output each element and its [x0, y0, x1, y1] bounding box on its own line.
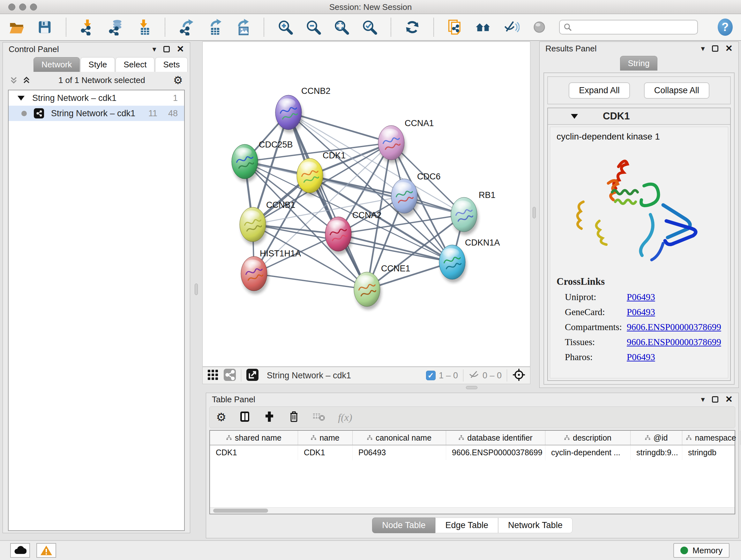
refresh-icon[interactable]	[404, 18, 421, 36]
zoom-out-icon[interactable]	[305, 18, 322, 36]
column-header-namespace[interactable]: namespace	[682, 431, 740, 445]
left-splitter-handle[interactable]	[195, 284, 198, 295]
current-network-bullet-icon	[21, 111, 27, 116]
scrollbar-thumb[interactable]	[213, 509, 268, 513]
panel-float-icon[interactable]	[163, 46, 170, 52]
gene-section-header[interactable]: CDK1	[548, 108, 730, 125]
zoom-selected-icon[interactable]	[361, 18, 378, 36]
function-builder-icon[interactable]: f(x)	[338, 412, 352, 423]
table-cell[interactable]: CDK1	[298, 445, 353, 460]
import-network-icon[interactable]	[79, 18, 96, 36]
network-share-icon[interactable]	[224, 369, 236, 382]
network-edge-HIST1H1A-CCNE1[interactable]	[254, 273, 367, 289]
network-collection-row[interactable]: String Network – cdk1 1	[9, 90, 184, 106]
expand-all-icon[interactable]	[23, 77, 30, 84]
panel-close-icon[interactable]: ✕	[725, 44, 733, 53]
network-edge-CCNB2-CCNE1[interactable]	[288, 112, 367, 289]
help-button[interactable]: ?	[718, 18, 733, 36]
panel-float-icon[interactable]	[712, 45, 718, 52]
column-header-id[interactable]: @id	[630, 431, 682, 445]
panel-float-icon[interactable]	[712, 396, 718, 402]
column-header-name[interactable]: name	[298, 431, 353, 445]
automation-cloud-button[interactable]	[10, 543, 30, 558]
table-options-gear-icon[interactable]: ⚙	[216, 412, 226, 423]
collapse-all-button[interactable]: Collapse All	[644, 82, 710, 99]
tab-style[interactable]: Style	[80, 57, 115, 72]
hidden-elements-icon[interactable]	[468, 369, 479, 381]
column-header-canonicalname[interactable]: canonical name	[353, 431, 446, 445]
save-session-icon[interactable]	[37, 18, 53, 36]
panel-menu-icon[interactable]: ▾	[701, 395, 704, 403]
crosslink-tissues-link[interactable]: 9606.ENSP00000378699	[627, 337, 721, 348]
open-in-new-window-icon[interactable]	[246, 369, 259, 382]
warnings-button[interactable]	[37, 543, 56, 558]
tab-edge-table[interactable]: Edge Table	[435, 517, 498, 533]
grid-view-icon[interactable]	[207, 369, 219, 382]
tab-network[interactable]: Network	[33, 57, 80, 72]
show-columns-icon[interactable]	[239, 410, 251, 424]
import-table-icon[interactable]	[135, 18, 152, 36]
home-networks-icon[interactable]	[475, 18, 491, 36]
memory-button[interactable]: Memory	[673, 543, 730, 558]
tree-expand-icon[interactable]	[17, 96, 24, 101]
add-column-icon[interactable]	[263, 411, 275, 424]
column-header-description[interactable]: description	[545, 431, 630, 445]
open-session-icon[interactable]	[8, 18, 25, 36]
network-node-RB1[interactable]: RB1	[451, 190, 495, 235]
table-cell[interactable]: 9606.ENSP00000378699	[446, 445, 545, 460]
window-titlebar: Session: New Session	[0, 0, 741, 14]
delete-column-icon[interactable]	[287, 410, 300, 424]
table-cell[interactable]: cyclin-dependent ...	[545, 445, 630, 460]
tab-select[interactable]: Select	[116, 57, 154, 72]
crosslink-pharos-link[interactable]: P06493	[627, 352, 655, 362]
right-splitter-handle[interactable]	[533, 207, 536, 219]
table-cell[interactable]: stringdb	[682, 445, 740, 460]
selected-nodes-checkbox-icon[interactable]: ✓	[426, 371, 435, 380]
crosslink-uniprot-link[interactable]: P06493	[627, 292, 655, 302]
expand-all-button[interactable]: Expand All	[569, 82, 630, 99]
tab-sets[interactable]: Sets	[155, 57, 188, 72]
panel-close-icon[interactable]: ✕	[177, 45, 184, 54]
tab-string[interactable]: String	[620, 56, 658, 71]
collapse-all-icon[interactable]	[10, 77, 17, 84]
section-collapse-icon[interactable]	[571, 114, 578, 119]
column-header-databaseidentifier[interactable]: database identifier	[446, 431, 545, 445]
panel-menu-icon[interactable]: ▾	[152, 45, 156, 53]
network-node-CCNE1[interactable]: CCNE1	[354, 264, 410, 310]
zoom-in-icon[interactable]	[277, 18, 293, 36]
table-horizontal-scrollbar[interactable]	[210, 507, 735, 514]
table-cell[interactable]: CDK1	[210, 445, 298, 460]
search-box[interactable]	[559, 20, 698, 35]
clear-table-icon[interactable]	[313, 411, 326, 424]
export-network-icon[interactable]	[178, 18, 195, 36]
network-edge-CCNB2-CCNA1[interactable]	[288, 112, 391, 143]
crosslink-compartments-link[interactable]: 9606.ENSP00000378699	[627, 322, 721, 332]
crosslink-genecard-link[interactable]: P06493	[627, 307, 655, 317]
network-node-CCNB1[interactable]: CCNB1	[240, 200, 295, 245]
table-cell[interactable]: stringdb:9...	[630, 445, 682, 460]
network-node-HIST1H1A[interactable]: HIST1H1A	[241, 249, 301, 294]
network-row-selected[interactable]: String Network – cdk1 11 48	[9, 106, 184, 121]
column-header-sharedname[interactable]: shared name	[210, 431, 298, 445]
network-node-CDC6[interactable]: CDC6	[391, 172, 441, 216]
sphere-icon[interactable]	[531, 18, 548, 36]
table-cell[interactable]: P06493	[353, 445, 446, 460]
birds-eye-view-icon[interactable]	[512, 368, 526, 383]
tab-network-table[interactable]: Network Table	[498, 517, 572, 533]
export-table-icon[interactable]	[206, 18, 223, 36]
zoom-fit-icon[interactable]	[333, 18, 350, 36]
search-input[interactable]	[575, 23, 693, 32]
panel-close-icon[interactable]: ✕	[725, 395, 733, 404]
panel-menu-icon[interactable]: ▾	[701, 45, 704, 52]
tab-node-table[interactable]: Node Table	[372, 517, 435, 533]
network-graph[interactable]: CCNB2CCNA1CDC25BCDK1CDC6RB1CCNB1CCNA2CDK…	[203, 42, 530, 366]
network-node-CDKN1A[interactable]: CDKN1A	[439, 238, 500, 283]
hide-panel-icon[interactable]	[503, 18, 520, 36]
export-image-icon[interactable]	[234, 18, 251, 36]
share-network-icon[interactable]	[447, 18, 463, 36]
import-database-icon[interactable]	[107, 18, 124, 36]
network-view-canvas[interactable]: CCNB2CCNA1CDC25BCDK1CDC6RB1CCNB1CCNA2CDK…	[202, 42, 530, 367]
table-row[interactable]: CDK1CDK1P064939606.ENSP00000378699cyclin…	[210, 445, 735, 460]
bottom-splitter-handle[interactable]	[466, 386, 477, 389]
network-options-gear-icon[interactable]: ⚙	[173, 75, 183, 85]
